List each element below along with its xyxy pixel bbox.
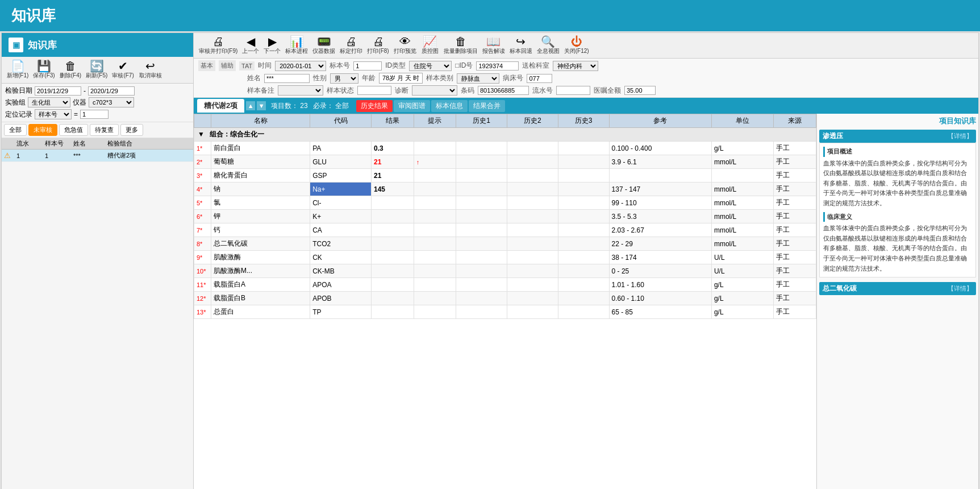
knowledge-item-2-header[interactable]: 总二氧化碳 【详情】 — [819, 282, 976, 295]
row-hint-5 — [414, 196, 456, 210]
sidebar-logo-icon: ▣ — [9, 38, 23, 52]
table-row[interactable]: 5* 氯 Cl- 99 - 110 mmol/L 手工 — [194, 196, 816, 210]
name-field[interactable] — [264, 74, 310, 83]
sample-progress-button[interactable]: 📊 标本进程 — [283, 35, 310, 56]
prev-button[interactable]: ◀ 上一个 — [240, 35, 261, 56]
sample-note-select[interactable] — [278, 85, 323, 96]
group-tab-up-arrow[interactable]: ▲ — [246, 101, 255, 110]
print-preview-button[interactable]: 👁 打印预览 — [392, 35, 418, 56]
row-code-5: Cl- — [310, 196, 372, 210]
row-value-9 — [372, 251, 414, 264]
barcode-field[interactable] — [478, 86, 529, 95]
tab-all[interactable]: 全部 — [4, 124, 27, 136]
th-code: 代码 — [310, 114, 372, 128]
medical-fee-field[interactable] — [624, 86, 656, 95]
bed-no-field[interactable] — [527, 74, 552, 83]
delete-button[interactable]: 🗑 删除(F4) — [58, 59, 83, 81]
row-ref-9: 38 - 174 — [609, 251, 711, 264]
tab-more[interactable]: 更多 — [120, 124, 143, 136]
sample-no-label: 标本号 — [330, 61, 350, 71]
row-h1-11 — [456, 278, 507, 292]
row-h2-4 — [507, 183, 558, 196]
tab-combined[interactable]: 结果合并 — [469, 100, 505, 112]
basic-tab[interactable]: 基本 — [198, 60, 215, 71]
qc-button[interactable]: 📈 质控图 — [419, 35, 441, 56]
dept-select[interactable]: 神经内科 — [553, 61, 598, 71]
table-row[interactable]: 8* 总二氧化碳 TCO2 22 - 29 mmol/L 手工 — [194, 237, 816, 251]
row-h3-4 — [558, 183, 609, 196]
diagnosis-select[interactable] — [412, 85, 457, 96]
tab-critical[interactable]: 危急值 — [59, 124, 88, 136]
tat-tab[interactable]: TAT — [239, 61, 255, 71]
group-tab-down-arrow[interactable]: ▼ — [257, 101, 266, 110]
instrument-select[interactable]: c702*3 — [89, 97, 134, 107]
sample-no-field[interactable] — [353, 61, 382, 71]
instrument-data-button[interactable]: 📟 仪器数据 — [311, 35, 337, 56]
sample-type-select[interactable]: 静脉血 — [457, 73, 499, 84]
tab-review[interactable]: 审阅图谱 — [394, 100, 430, 112]
table-row[interactable]: 7* 钙 CA 2.03 - 2.67 mmol/L 手工 — [194, 223, 816, 237]
row-h3-13 — [558, 305, 609, 319]
date-to-input[interactable] — [88, 86, 135, 96]
group-tab-active[interactable]: 糟代谢2项 — [197, 99, 244, 113]
print-button[interactable]: 🖨 打印(F8) — [365, 35, 390, 56]
batch-delete-button[interactable]: 🗑 批量删除项目 — [442, 35, 479, 56]
id-type-select[interactable]: 住院号 — [409, 61, 452, 71]
id-no-field[interactable] — [476, 61, 519, 71]
row-hint-4 — [414, 183, 456, 196]
table-row[interactable]: 3* 糖化青蛋白 GSP 21 手工 — [194, 169, 816, 183]
right-main: 🖨 审核并打印(F9) ◀ 上一个 ▶ 下一个 📊 标本进程 📟 仪器 — [194, 33, 978, 489]
tab-sample-info[interactable]: 标本信息 — [431, 100, 468, 112]
table-row[interactable]: 10* 肌酸激酶M... CK-MB 0 - 25 U/L 手工 — [194, 264, 816, 278]
table-row[interactable]: 11* 载脂蛋白A APOA 1.01 - 1.60 g/L 手工 — [194, 278, 816, 292]
table-row[interactable]: 1* 前白蛋白 PA 0.3 0.100 - 0.400 g/L 手工 — [194, 142, 816, 155]
full-view-button[interactable]: 🔍 全息视图 — [535, 35, 561, 56]
section-title-clinical: 临床意义 — [823, 212, 972, 222]
cancel-audit-button[interactable]: ↩ 取消审核 — [137, 59, 164, 81]
knowledge-item-2-link[interactable]: 【详情】 — [948, 284, 973, 293]
audit-print-button[interactable]: 🖨 审核并打印(F9) — [197, 35, 239, 56]
table-row[interactable]: 6* 钾 K+ 3.5 - 5.3 mmol/L 手工 — [194, 210, 816, 223]
seq-no-field[interactable] — [556, 86, 590, 95]
assist-tab[interactable]: 辅助 — [219, 60, 236, 71]
row-ref-3 — [609, 169, 711, 183]
row-source-3: 手工 — [774, 169, 816, 183]
locate-value-input[interactable] — [80, 110, 109, 119]
tab-unaudited[interactable]: 未审核 — [28, 124, 57, 136]
date-from-input[interactable] — [35, 86, 81, 96]
group-name-short: 糟代谢2项 — [107, 151, 153, 160]
knowledge-item-1-header[interactable]: 渗透压 【详情】 — [819, 130, 976, 143]
sample-state-field[interactable] — [357, 86, 391, 95]
lab-select[interactable]: 生化组 — [28, 97, 70, 107]
audit-button[interactable]: ✔ 审核(F7) — [110, 59, 135, 81]
sample-return-button[interactable]: ↪ 标本回退 — [508, 35, 534, 56]
row-source-9: 手工 — [774, 251, 816, 264]
row-hint-2: ↑ — [414, 155, 456, 169]
table-row[interactable]: 12* 载脂蛋白B APOB 0.60 - 1.10 g/L 手工 — [194, 292, 816, 305]
gender-select[interactable]: 男 — [330, 73, 358, 84]
next-button[interactable]: ▶ 下一个 — [262, 35, 282, 56]
row-h2-11 — [507, 278, 558, 292]
expand-icon[interactable]: ▼ — [198, 130, 205, 138]
close-button[interactable]: ⏻ 关闭(F12) — [562, 35, 591, 56]
table-row[interactable]: 9* 肌酸激酶 CK 38 - 174 U/L 手工 — [194, 251, 816, 264]
new-button[interactable]: 📄 新增(F1) — [5, 59, 30, 81]
tab-history-result[interactable]: 历史结果 — [356, 100, 393, 112]
list-row[interactable]: ⚠ 1 1 *** 糟代谢2项 — [2, 150, 193, 162]
th-name: 名称 — [211, 114, 310, 128]
row-source-13: 手工 — [774, 305, 816, 319]
row-ref-2: 3.9 - 6.1 — [609, 155, 711, 169]
table-row[interactable]: 13* 总蛋白 TP 65 - 85 g/L 手工 — [194, 305, 816, 319]
row-h2-9 — [507, 251, 558, 264]
table-row[interactable]: 2* 葡萄糖 GLU 21 ↑ 3.9 - 6.1 mmol/L 手工 — [194, 155, 816, 169]
table-row[interactable]: 4* 钠 Na+ 145 137 - 147 mmol/L 手工 — [194, 183, 816, 196]
knowledge-item-1-link[interactable]: 【详情】 — [948, 132, 973, 140]
refresh-button[interactable]: 🔄 刷新(F5) — [84, 59, 109, 81]
row-unit-5: mmol/L — [711, 196, 773, 210]
time-select[interactable]: 2020-01-01 — [275, 61, 326, 71]
tab-followup[interactable]: 待复查 — [90, 124, 119, 136]
report-read-button[interactable]: 📖 报告解读 — [481, 35, 507, 56]
fixed-print-button[interactable]: 🖨 标定打印 — [338, 35, 364, 56]
locate-type-select[interactable]: 样本号 — [35, 109, 72, 119]
save-button[interactable]: 💾 保存(F3) — [31, 59, 56, 81]
